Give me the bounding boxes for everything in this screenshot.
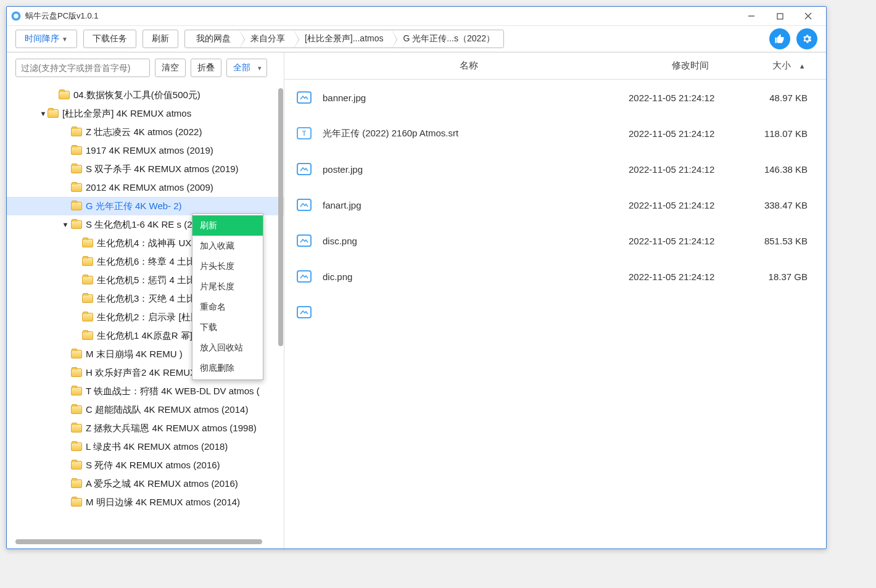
tree-item[interactable]: Z 壮志凌云 4K atmos (2022) [7,123,284,141]
like-button[interactable] [769,28,790,49]
breadcrumb-item[interactable]: 我的网盘 [185,30,239,48]
tree-item[interactable]: M 明日边缘 4K REMUX atmos (2014) [7,493,284,511]
app-icon [10,10,22,22]
image-file-icon [297,306,312,318]
tree-item[interactable]: G 光年正传 4K Web- 2) [7,197,284,215]
svg-point-1 [14,14,19,19]
image-file-icon [297,199,312,211]
breadcrumb-item[interactable]: G 光年正传...s（2022） [392,30,503,48]
file-row[interactable]: poster.jpg2022-11-05 21:24:12146.38 KB [284,151,826,187]
context-menu-item[interactable]: 片头长度 [192,256,263,276]
tree-item[interactable]: 1917 4K REMUX atmos (2019) [7,141,284,160]
tree-item-label: Z 壮志凌云 4K atmos (2022) [86,123,202,141]
collapse-button[interactable]: 折叠 [191,59,221,77]
tree-scrollbar-v[interactable] [278,83,284,349]
tree-twisty-icon[interactable]: ▼ [61,215,70,234]
titlebar: 蜗牛云盘PC版v1.0.1 [7,7,826,25]
folder-icon [71,128,82,136]
file-size: 18.37 GB [752,271,826,282]
folder-icon [71,146,82,155]
image-file-icon [297,163,312,175]
header-name[interactable]: 名称 [309,60,629,72]
tree-twisty-icon[interactable]: ▼ [39,104,48,123]
maximize-button[interactable] [766,7,794,25]
settings-button[interactable] [796,28,817,49]
file-name: 光年正传 (2022) 2160p Atmos.srt [323,128,629,139]
folder-icon [71,165,82,173]
chevron-down-icon: ▼ [62,36,68,43]
refresh-button[interactable]: 刷新 [143,30,178,48]
tree-item[interactable]: 2012 4K REMUX atmos (2009) [7,178,284,197]
tree-item-label: 生化危机3：灭绝 4 土比视 [97,289,205,308]
file-size: 851.53 KB [752,236,826,246]
tree-item-label: 生化危机5：惩罚 4 土比视 [97,271,205,289]
context-menu-item[interactable]: 刷新 [192,215,263,236]
context-menu-item[interactable]: 放入回收站 [192,337,263,358]
context-menu-item[interactable]: 彻底删除 [192,358,263,378]
file-row[interactable]: T光年正传 (2022) 2160p Atmos.srt2022-11-05 2… [284,115,826,151]
tree-item[interactable]: A 爱乐之城 4K REMUX atmos (2016) [7,474,284,493]
tree-item-label: G 光年正传 4K Web- 2) [86,197,182,215]
context-menu-item[interactable]: 片尾长度 [192,276,263,297]
file-row[interactable]: banner.jpg2022-11-05 21:24:1248.97 KB [284,80,826,115]
folder-icon [71,220,82,229]
tree-item[interactable]: ▼[杜比全景声] 4K REMUX atmos [7,104,284,123]
context-menu-item[interactable]: 重命名 [192,297,263,317]
list-header: 名称 修改时间 大小 ▲ [284,52,826,80]
context-menu: 刷新加入收藏片头长度片尾长度重命名下载放入回收站彻底删除 [192,213,263,380]
folder-icon [71,479,82,488]
image-file-icon [297,270,312,283]
scrollbar-thumb[interactable] [278,88,283,346]
file-date: 2022-11-05 21:24:12 [629,128,752,139]
folder-icon [82,257,93,266]
tree-item[interactable]: S 双子杀手 4K REMUX atmos (2019) [7,160,284,178]
file-row[interactable]: dic.png2022-11-05 21:24:1218.37 GB [284,259,826,294]
minimize-button[interactable] [737,7,766,25]
close-button[interactable] [794,7,822,25]
folder-icon [71,461,82,470]
context-menu-item[interactable]: 加入收藏 [192,236,263,256]
scrollbar-thumb[interactable] [15,539,262,544]
folder-icon [59,91,70,99]
tree-item-label: 生化危机4：战神再 UX [杜 [97,234,206,252]
sort-button[interactable]: 时间降序 ▼ [15,30,77,48]
header-date[interactable]: 修改时间 [629,60,752,72]
folder-icon [82,294,93,303]
tree-item-label: M 末日崩塌 4K REMU ) [86,345,183,363]
image-file-icon [297,234,312,247]
folder-icon [71,387,82,395]
scope-dropdown[interactable]: 全部 [226,59,267,77]
tree-item[interactable]: Z 拯救大兵瑞恩 4K REMUX atmos (1998) [7,419,284,437]
tree-item[interactable]: C 超能陆战队 4K REMUX atmos (2014) [7,400,284,419]
tree-item-label: A 爱乐之城 4K REMUX atmos (2016) [86,474,238,493]
file-date: 2022-11-05 21:24:12 [629,236,752,246]
tree-item-label: 1917 4K REMUX atmos (2019) [86,141,213,160]
tree-item-label: Z 拯救大兵瑞恩 4K REMUX atmos (1998) [86,419,257,437]
toolbar: 时间降序 ▼ 下载任务 刷新 我的网盘 来自分享 [杜比全景声]...atmos… [7,25,826,52]
sort-asc-icon: ▲ [799,62,806,70]
folder-icon [71,350,82,358]
tree-item[interactable]: L 绿皮书 4K REMUX atmos (2018) [7,437,284,456]
breadcrumb-item[interactable]: 来自分享 [239,30,294,48]
file-size: 48.97 KB [752,93,826,103]
tree-item-label: [杜比全景声] 4K REMUX atmos [62,104,191,123]
file-name: disc.png [323,236,629,246]
file-list[interactable]: banner.jpg2022-11-05 21:24:1248.97 KBT光年… [284,80,826,549]
tree-scrollbar-h[interactable] [15,539,275,545]
file-row[interactable] [284,294,826,330]
download-tasks-button[interactable]: 下载任务 [83,30,136,48]
tree-item-label: T 铁血战士：狩猎 4K WEB-DL DV atmos ( [86,382,260,400]
file-size: 146.38 KB [752,164,826,175]
text-file-icon: T [297,127,312,139]
tree-item[interactable]: 04.数据恢复小工具(价值500元) [7,86,284,104]
breadcrumb-item[interactable]: [杜比全景声]...atmos [294,30,392,48]
tree-item[interactable]: S 死侍 4K REMUX atmos (2016) [7,456,284,474]
tree-item-label: S 死侍 4K REMUX atmos (2016) [86,456,220,474]
filter-input[interactable] [15,59,150,77]
file-row[interactable]: fanart.jpg2022-11-05 21:24:12338.47 KB [284,187,826,223]
context-menu-item[interactable]: 下载 [192,317,263,337]
clear-button[interactable]: 清空 [155,59,186,77]
file-row[interactable]: disc.png2022-11-05 21:24:12851.53 KB [284,223,826,259]
header-size[interactable]: 大小 ▲ [752,60,826,72]
tree-item[interactable]: T 铁血战士：狩猎 4K WEB-DL DV atmos ( [7,382,284,400]
